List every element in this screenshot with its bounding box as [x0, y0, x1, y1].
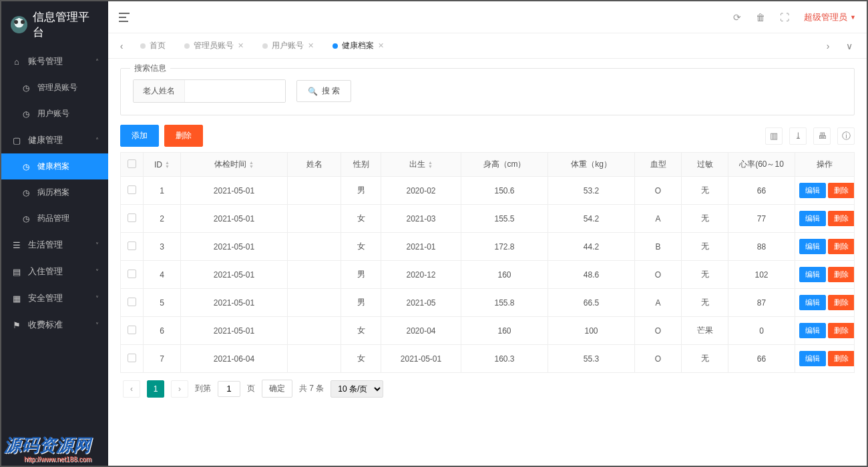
edit-button[interactable]: 编辑	[799, 239, 826, 254]
cell-allergy: 芒果	[682, 317, 728, 345]
sidebar-item[interactable]: ◷管理员账号	[1, 75, 108, 101]
sidebar-section[interactable]: ▦安全管理˅	[1, 285, 108, 312]
cell-date: 2021-05-01	[181, 233, 288, 261]
tab[interactable]: 健康档案✕	[324, 36, 392, 55]
export-icon[interactable]: ⤓	[789, 127, 807, 145]
info-icon[interactable]: ⓘ	[837, 127, 855, 145]
cell-actions: 编辑 删除	[795, 289, 855, 317]
cell-allergy: 无	[682, 233, 728, 261]
search-field-group: 老人姓名	[133, 79, 286, 103]
tab[interactable]: 管理员账号✕	[176, 36, 252, 55]
cell-allergy: 无	[682, 261, 728, 289]
sidebar-item[interactable]: ◷健康档案	[1, 153, 108, 179]
row-delete-button[interactable]: 删除	[828, 211, 854, 226]
tab-close-icon[interactable]: ✕	[238, 41, 244, 50]
sidebar-toggle-icon[interactable]	[119, 13, 130, 22]
row-checkbox[interactable]	[128, 185, 136, 194]
sidebar-section[interactable]: ▤入住管理˅	[1, 258, 108, 285]
row-checkbox[interactable]	[128, 354, 136, 362]
tabs-prev-icon[interactable]: ‹	[114, 41, 130, 51]
sidebar-menu: ⌂账号管理˄◷管理员账号◷用户账号▢健康管理˄◷健康档案◷病历档案◷药品管理☰生…	[1, 48, 108, 338]
page-number-button[interactable]: 1	[147, 380, 164, 398]
row-delete-button[interactable]: 删除	[828, 267, 854, 282]
goto-page-input[interactable]	[218, 381, 240, 397]
cell-birth: 2021-05-01	[381, 345, 461, 373]
row-checkbox[interactable]	[128, 326, 136, 334]
sidebar-item[interactable]: ◷用户账号	[1, 101, 108, 127]
tabs-more-icon[interactable]: ∨	[841, 41, 857, 51]
tab[interactable]: 用户账号✕	[254, 36, 322, 55]
cell-actions: 编辑 删除	[795, 261, 855, 289]
column-header[interactable]: 出生▲▼	[381, 153, 461, 177]
row-delete-button[interactable]: 删除	[828, 295, 854, 310]
gauge-icon: ◷	[21, 162, 31, 171]
search-button[interactable]: 🔍 搜 索	[296, 80, 351, 102]
refresh-icon[interactable]: ⟳	[733, 12, 741, 23]
user-role-dropdown[interactable]: 超级管理员 ▼	[804, 11, 856, 23]
search-input[interactable]	[185, 80, 285, 102]
cell-birth: 2021-05	[381, 289, 461, 317]
row-checkbox[interactable]	[128, 270, 136, 278]
cell-blood: O	[635, 345, 682, 373]
row-delete-button[interactable]: 删除	[828, 323, 854, 338]
cell-actions: 编辑 删除	[795, 345, 855, 373]
window-icon: ▢	[12, 135, 21, 145]
table-body: 12021-05-01男2020-02150.653.2O无66编辑 删除220…	[121, 177, 855, 373]
cell-birth: 2020-12	[381, 261, 461, 289]
sidebar-section-label: 入住管理	[28, 266, 63, 278]
sidebar-item[interactable]: ◷药品管理	[1, 205, 108, 231]
page-next-button[interactable]: ›	[171, 380, 188, 398]
row-delete-button[interactable]: 删除	[828, 183, 854, 198]
cell-hr: 102	[728, 261, 795, 289]
row-delete-button[interactable]: 删除	[828, 351, 854, 366]
cell-allergy: 无	[682, 205, 728, 233]
sidebar-section[interactable]: ☰生活管理˅	[1, 231, 108, 258]
edit-button[interactable]: 编辑	[799, 323, 826, 338]
tab-close-icon[interactable]: ✕	[378, 41, 384, 50]
goto-confirm-button[interactable]: 确定	[262, 380, 292, 398]
column-header[interactable]: ID▲▼	[144, 153, 181, 177]
delete-button[interactable]: 删除	[164, 125, 203, 147]
page-size-select[interactable]: 10 条/页	[331, 380, 383, 398]
tabs-list: 首页管理员账号✕用户账号✕健康档案✕	[130, 36, 820, 55]
columns-icon[interactable]: ▥	[765, 127, 783, 145]
row-delete-button[interactable]: 删除	[828, 239, 854, 254]
calendar-icon: ▦	[12, 294, 21, 304]
cell-hr: 88	[728, 233, 795, 261]
sidebar-section[interactable]: ⚑收费标准˅	[1, 312, 108, 338]
sidebar-section[interactable]: ⌂账号管理˄	[1, 48, 108, 75]
edit-button[interactable]: 编辑	[799, 211, 826, 226]
sidebar-section[interactable]: ▢健康管理˄	[1, 127, 108, 153]
tab[interactable]: 首页	[132, 36, 174, 55]
page-prev-button[interactable]: ‹	[123, 380, 140, 398]
trash-icon[interactable]: 🗑	[756, 12, 765, 23]
row-checkbox[interactable]	[128, 213, 136, 222]
edit-button[interactable]: 编辑	[799, 183, 826, 198]
user-role-label: 超级管理员	[804, 11, 847, 23]
tabs-next-icon[interactable]: ›	[820, 41, 836, 51]
edit-button[interactable]: 编辑	[799, 267, 826, 282]
cell-date: 2021-05-01	[181, 177, 288, 205]
page-unit-label: 页	[247, 383, 255, 394]
cell-height: 160	[461, 261, 548, 289]
cell-date: 2021-05-01	[181, 289, 288, 317]
cell-height: 155.8	[461, 289, 548, 317]
cell-weight: 55.3	[548, 345, 635, 373]
edit-button[interactable]: 编辑	[799, 351, 826, 366]
column-header[interactable]: 体检时间▲▼	[181, 153, 288, 177]
edit-button[interactable]: 编辑	[799, 295, 826, 310]
cell-weight: 66.5	[548, 289, 635, 317]
tab-close-icon[interactable]: ✕	[308, 41, 314, 50]
select-all-checkbox[interactable]	[128, 159, 136, 168]
row-checkbox[interactable]	[128, 242, 136, 250]
add-button[interactable]: 添加	[120, 125, 159, 147]
row-checkbox[interactable]	[128, 298, 136, 306]
tab-label: 健康档案	[342, 40, 374, 51]
sidebar-item[interactable]: ◷病历档案	[1, 179, 108, 205]
fullscreen-icon[interactable]: ⛶	[780, 12, 789, 23]
column-header: 过敏	[682, 153, 728, 177]
main-area: ⟳ 🗑 ⛶ 超级管理员 ▼ ‹ 首页管理员账号✕用户账号✕健康档案✕ › ∨ 搜…	[108, 1, 867, 466]
column-header: 姓名	[288, 153, 341, 177]
cell-blood: O	[635, 261, 682, 289]
print-icon[interactable]: 🖶	[813, 127, 831, 145]
